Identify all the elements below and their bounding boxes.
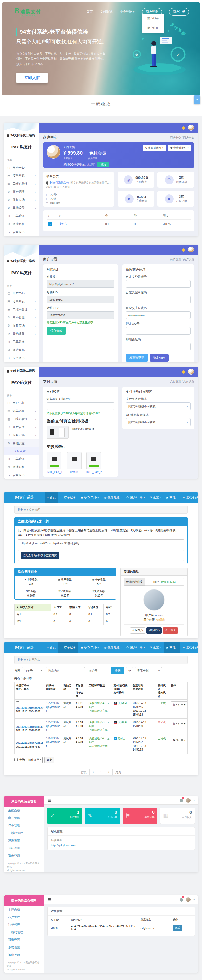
bell-icon[interactable] bbox=[182, 126, 185, 129]
dropdown-merchant-register[interactable]: 商户注册 bbox=[142, 23, 164, 33]
merchant-register-button[interactable]: 商户注册 bbox=[169, 8, 189, 16]
bell-icon[interactable] bbox=[180, 798, 183, 803]
juhe-menu-channels[interactable]: 通道设置 bbox=[4, 936, 44, 944]
view-key-button[interactable]: ★ 查看对接KEY bbox=[168, 145, 191, 151]
announcement-link[interactable]: 94支付系统公告 bbox=[49, 181, 69, 185]
back-to-top-button[interactable]: ^ bbox=[194, 95, 200, 104]
custom-account-field[interactable] bbox=[126, 280, 191, 288]
custom-password-field[interactable] bbox=[126, 296, 191, 303]
nav-business-login[interactable]: 业务登陆∨ bbox=[120, 10, 135, 14]
sidebar-logo[interactable]: ▣94支付系统二维码 bbox=[4, 257, 39, 263]
sidebar-item-service-market[interactable]: ⚇服务市场› bbox=[4, 321, 39, 330]
admin-nav-home[interactable]: ⌂首页 bbox=[44, 642, 58, 653]
juhe-menu-channels[interactable]: 通道设置 bbox=[4, 837, 44, 845]
juhe-menu-settings[interactable]: 系统设置 bbox=[4, 944, 44, 951]
sidebar-item-other-settings-open[interactable]: ⚙其他设置⌄ bbox=[4, 439, 39, 447]
stat-card-income[interactable]: ▦ 0今日收入 bbox=[160, 808, 195, 824]
sidebar-item-invite[interactable]: ✉邀请有礼 bbox=[4, 220, 39, 228]
admin-brand[interactable]: 94支付系统 bbox=[4, 492, 44, 503]
sidebar-item-qrcode-manage[interactable]: ▦二维码管理› bbox=[4, 180, 39, 188]
template-option[interactable]: default bbox=[67, 452, 82, 474]
admin-nav-other[interactable]: ◉其他▾ bbox=[164, 642, 180, 653]
juhe-brand[interactable]: 聚合码录后台管理 bbox=[4, 896, 44, 906]
alipay-mode-select[interactable]: [模式①]挂线不可收款▾ bbox=[126, 402, 191, 410]
confirm-modify-button[interactable]: 确定修改 bbox=[150, 354, 169, 361]
bind-qq-field[interactable] bbox=[126, 327, 191, 335]
page-1[interactable]: 1 bbox=[97, 768, 105, 776]
sidebar-item-user-center[interactable]: ▢用户中心 bbox=[4, 289, 39, 298]
sidebar-logo[interactable]: ▣94支付系统二维码 bbox=[4, 367, 39, 373]
reset-key-button[interactable]: ↻ 重置对接KEY bbox=[143, 145, 166, 151]
sidebar-item-service-market[interactable]: ⚇服务市场› bbox=[4, 196, 39, 204]
avatar[interactable] bbox=[186, 798, 191, 803]
qq-wallet-mode-select[interactable]: [模式①]挂线不可收款▾ bbox=[126, 418, 191, 426]
domain-link[interactable]: http://qd.ylcom.net/ bbox=[51, 844, 192, 847]
sidebar-item-invite[interactable]: ✉邀请有礼 bbox=[4, 346, 39, 354]
change-password-button[interactable]: 修改密码 bbox=[147, 627, 162, 633]
hamburger-icon[interactable]: ☰ bbox=[44, 897, 54, 902]
site-logo[interactable]: B 清晨支付 pay life beauty bbox=[14, 7, 41, 17]
sidebar-item-user-center[interactable]: ▢用户中心 bbox=[4, 164, 39, 172]
order-action-button[interactable]: 操作订单 ▾ bbox=[171, 702, 188, 708]
channel-name[interactable]: 支付宝 bbox=[59, 222, 68, 225]
domain-link[interactable]: qd.ylcom.net bbox=[46, 724, 60, 732]
admin-nav-qrcode[interactable]: ▦收款二维码 bbox=[78, 642, 102, 653]
send-code-button[interactable]: 发送验证码 bbox=[126, 354, 148, 361]
juhe-menu-merchants[interactable]: 商户管理 bbox=[4, 814, 44, 822]
row-checkbox[interactable] bbox=[16, 702, 19, 705]
domain-link[interactable]: qd.ylcom.net bbox=[46, 705, 60, 713]
sidebar-item-other-settings[interactable]: ⚙其他设置› bbox=[4, 330, 39, 338]
avatar[interactable] bbox=[188, 247, 194, 253]
admin-nav-cloud[interactable]: ☁云端/插件/更新▾ bbox=[180, 642, 198, 653]
sidebar-item-order-list[interactable]: ▤订单列表› bbox=[4, 407, 39, 415]
admin-nav-config[interactable]: ⚙配置▾ bbox=[147, 642, 164, 653]
juhe-menu-dashboard[interactable]: 主控面板 bbox=[4, 906, 44, 913]
api-url-field[interactable] bbox=[47, 280, 114, 288]
view-button[interactable]: 查看 bbox=[172, 925, 183, 931]
sidebar-item-invite[interactable]: ✉邀请有礼 bbox=[4, 463, 39, 471]
sidebar-item-qrcode-manage[interactable]: ▦二维码管理› bbox=[4, 305, 39, 313]
pay-password-field[interactable] bbox=[126, 312, 191, 319]
template-option[interactable]: INTL_PAY_2 bbox=[86, 452, 102, 474]
hamburger-icon[interactable]: ☰ bbox=[44, 798, 54, 802]
page-prev[interactable]: « bbox=[89, 768, 97, 776]
monitor-guide-button[interactable]: 点此查看1分钟以下监控方式 bbox=[21, 552, 59, 558]
search-content-input[interactable] bbox=[46, 667, 85, 674]
search-type-select[interactable]: 订单号▾ bbox=[22, 667, 44, 674]
juhe-menu-qrcodes[interactable]: 二维码管理 bbox=[4, 929, 44, 936]
refresh-button[interactable]: ↻ bbox=[126, 667, 133, 674]
sidebar-item-ticket-system[interactable]: ⊞工单系统 bbox=[4, 455, 39, 463]
juhe-menu-qrcodes[interactable]: 二维码管理 bbox=[4, 829, 44, 837]
order-link[interactable]: 2021121315034557629 bbox=[16, 706, 43, 709]
order-link[interactable]: 2021121314575724813 bbox=[16, 741, 43, 744]
admin-nav-orders[interactable]: ≣订单记录 bbox=[58, 492, 78, 503]
filter-select[interactable]: 显示全部▾ bbox=[135, 667, 162, 674]
nav-pay-test[interactable]: 支付测试 bbox=[100, 10, 112, 14]
sidebar-item-logout[interactable]: ↪安全退出 bbox=[4, 354, 39, 362]
row-checkbox[interactable] bbox=[16, 737, 19, 740]
bell-icon[interactable] bbox=[180, 897, 183, 902]
sidebar-item-other-settings[interactable]: ⚙其他设置› bbox=[4, 204, 39, 212]
domain-link[interactable]: qd.ylcom.net bbox=[46, 740, 60, 748]
admin-nav-wechat[interactable]: ◍微信免挂▾ bbox=[102, 492, 124, 503]
sidebar-logo[interactable]: ▣94支付系统二维码 bbox=[4, 131, 39, 137]
admin-nav-home[interactable]: ⌂首页 bbox=[44, 492, 58, 503]
select-all-checkbox[interactable] bbox=[14, 758, 18, 762]
sidebar-item-service-market[interactable]: ⚇服务市场› bbox=[4, 431, 39, 439]
merchant-link[interactable]: 165759307 bbox=[46, 721, 59, 724]
api-pid-field[interactable] bbox=[47, 296, 114, 303]
admin-nav-cloud[interactable]: ☁云端/插件/更新▾ bbox=[180, 492, 198, 503]
email-code-field[interactable] bbox=[126, 343, 191, 350]
timeout-field[interactable] bbox=[47, 402, 114, 410]
page-last[interactable]: 尾页 bbox=[112, 768, 124, 776]
template-option[interactable]: INTL_PAY_1 bbox=[47, 452, 62, 474]
order-action-button[interactable]: 操作订单 ▾ bbox=[171, 737, 188, 743]
api-key-field[interactable] bbox=[47, 312, 114, 319]
sidebar-item-order-list[interactable]: ▤订单列表› bbox=[4, 172, 39, 180]
sidebar-item-qrcode-manage[interactable]: ▦二维码管理› bbox=[4, 415, 39, 423]
juhe-brand[interactable]: 聚合码录后台管理 bbox=[4, 796, 44, 807]
admin-nav-users[interactable]: ⚇用户/工单▾ bbox=[124, 492, 147, 503]
back-home-button[interactable]: 返回首页 bbox=[130, 627, 145, 633]
join-now-button[interactable]: 立即入驻 bbox=[16, 73, 48, 83]
juhe-menu-logout[interactable]: 退出登录 bbox=[4, 852, 44, 860]
